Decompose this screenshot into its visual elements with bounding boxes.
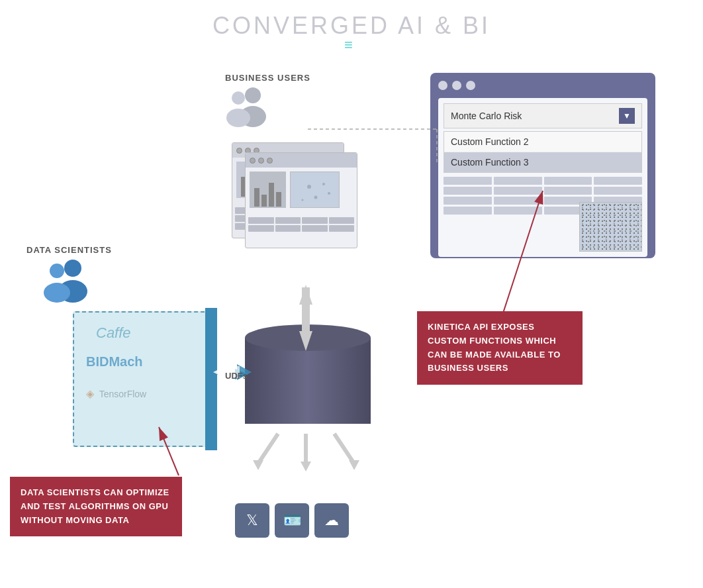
- svg-marker-33: [301, 462, 311, 471]
- svg-marker-31: [253, 460, 263, 470]
- window-dot-2: [452, 81, 461, 90]
- kinetica-label: kin≡tica: [0, 36, 703, 54]
- dropdown-arrow-icon[interactable]: ▼: [619, 108, 635, 124]
- weather-icon[interactable]: ☁: [314, 503, 349, 538]
- svg-line-30: [258, 434, 278, 464]
- annotation-right: KINETICA API EXPOSES CUSTOM FUNCTIONS WH…: [417, 311, 583, 385]
- chart-icon-front: [250, 172, 286, 208]
- app-window: Monte Carlo Risk ▼ Custom Function 2 Cus…: [430, 73, 655, 258]
- dropdown-item-2[interactable]: Custom Function 3: [444, 152, 641, 172]
- app-map-area: [579, 202, 642, 252]
- dropdown-list: Custom Function 2 Custom Function 3: [444, 131, 642, 173]
- svg-point-18: [328, 192, 330, 195]
- dropdown-selected[interactable]: Monte Carlo Risk ▼: [444, 103, 642, 128]
- card-icon[interactable]: 🪪: [275, 503, 309, 538]
- business-users-icon: [218, 86, 278, 129]
- svg-line-34: [334, 434, 354, 464]
- window-dot-3: [466, 81, 475, 90]
- app-window-titlebar: [438, 81, 647, 90]
- ml-library-box-side: [205, 308, 217, 450]
- svg-point-4: [64, 260, 81, 277]
- social-icons-row: 𝕏 🪪 ☁: [235, 503, 349, 538]
- dropdown-item-1[interactable]: Custom Function 2: [444, 132, 641, 152]
- window-dot-1: [438, 81, 447, 90]
- svg-marker-35: [349, 460, 359, 470]
- svg-point-19: [302, 199, 304, 201]
- svg-point-7: [44, 283, 70, 303]
- kinetica-cylinder: [245, 324, 371, 430]
- ml-library-box: [73, 311, 212, 447]
- map-thumbnail-front: [290, 172, 340, 208]
- bi-window-front: [245, 152, 357, 248]
- svg-point-6: [50, 264, 64, 278]
- data-scientists-label: DATA SCIENTISTS: [26, 245, 112, 255]
- udfs-label: UDFs: [225, 371, 248, 381]
- svg-point-3: [226, 109, 250, 127]
- twitter-icon[interactable]: 𝕏: [235, 503, 269, 538]
- cylinder-top: [245, 324, 371, 351]
- svg-point-2: [232, 91, 245, 105]
- svg-point-0: [245, 87, 261, 103]
- svg-point-15: [307, 185, 311, 189]
- business-users-label: BUSINESS USERS: [225, 73, 310, 83]
- svg-point-16: [322, 183, 325, 185]
- annotation-bottom: DATA SCIENTISTS CAN OPTIMIZE AND TEST AL…: [10, 477, 182, 536]
- app-window-inner: Monte Carlo Risk ▼ Custom Function 2 Cus…: [438, 98, 647, 257]
- svg-rect-29: [302, 287, 310, 324]
- page-title: CONVERGED AI & BI: [0, 12, 703, 40]
- svg-point-17: [314, 196, 318, 199]
- data-scientists-icon: [33, 258, 106, 305]
- dropdown-selected-text: Monte Carlo Risk: [451, 111, 522, 121]
- svg-marker-26: [299, 285, 312, 305]
- svg-rect-14: [291, 172, 340, 208]
